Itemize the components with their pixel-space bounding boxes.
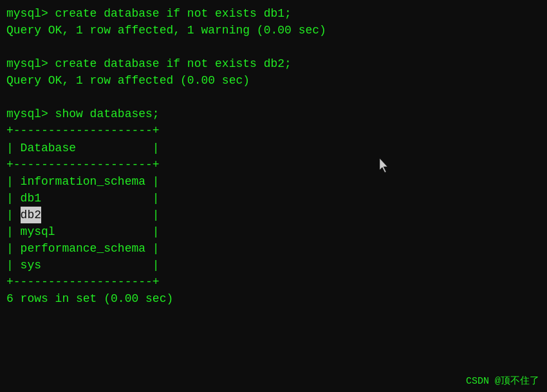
terminal-window: mysql> create database if not exists db1… [0, 0, 547, 392]
table-area: +--------------------+ | Database | +---… [6, 122, 541, 290]
result-summary: 6 rows in set (0.00 sec) [6, 290, 541, 307]
watermark: CSDN @顶不住了 [466, 375, 539, 387]
line-3: mysql> create database if not exists db2… [6, 55, 541, 72]
table-border-bottom: +--------------------+ [6, 274, 541, 290]
line-1: mysql> create database if not exists db1… [6, 5, 541, 22]
table-row-sys: | sys | [6, 257, 541, 274]
table-row-information-schema: | information_schema | [6, 173, 541, 190]
table-row-mysql: | mysql | [6, 223, 541, 240]
table-row-db2: | db2 | [6, 207, 541, 223]
mouse-cursor [380, 158, 390, 176]
svg-marker-0 [380, 158, 387, 173]
table-header: | Database | [6, 140, 541, 156]
empty-line-2 [6, 89, 541, 106]
highlighted-db2: db2 [21, 207, 41, 223]
table-row-performance-schema: | performance_schema | [6, 240, 541, 257]
table-border-top: +--------------------+ [6, 122, 541, 139]
table-row-db1: | db1 | [6, 190, 541, 207]
line-5: mysql> show databases; [6, 106, 541, 122]
empty-line-1 [6, 39, 541, 55]
line-4: Query OK, 1 row affected (0.00 sec) [6, 72, 541, 89]
line-2: Query OK, 1 row affected, 1 warning (0.0… [6, 22, 541, 39]
table-border-mid: +--------------------+ [6, 156, 541, 173]
